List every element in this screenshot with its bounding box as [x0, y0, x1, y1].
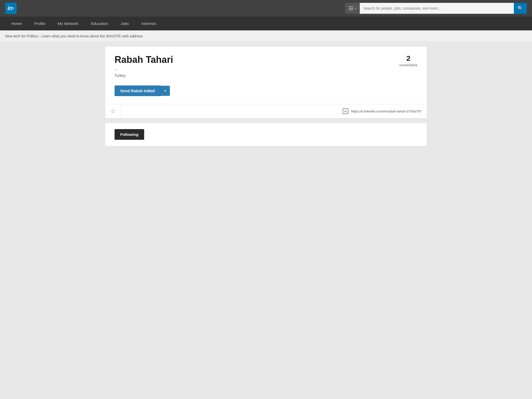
- connections-label: connections: [400, 63, 417, 67]
- profile-tagline: --: [115, 68, 400, 72]
- profile-main-section: Rabah Tahari -- Turkey Send Rabah InMail…: [105, 46, 427, 104]
- following-button[interactable]: Following: [115, 129, 144, 140]
- send-inmail-button[interactable]: Send Rabah InMail: [115, 85, 161, 96]
- dropdown-arrow-icon: ▾: [164, 89, 166, 93]
- nav-item-education[interactable]: Education: [85, 17, 115, 30]
- nav-item-profile[interactable]: Profile: [28, 17, 52, 30]
- search-container: ▾ 🔍: [345, 3, 527, 14]
- logo-text: in: [8, 5, 13, 12]
- star-icon: ☆: [110, 108, 116, 114]
- inmail-button-container: Send Rabah InMail ▾: [115, 85, 400, 96]
- profile-url: https://tr.linkedin.com/in/rabah-tahari-…: [351, 109, 422, 113]
- profile-actions: 2 connections: [400, 54, 417, 67]
- announcement-banner: New tech for Politics - Learn what you n…: [0, 30, 532, 42]
- profile-card: Rabah Tahari -- Turkey Send Rabah InMail…: [105, 46, 427, 118]
- hamburger-icon: [349, 6, 353, 10]
- menu-button[interactable]: ▾: [345, 3, 360, 14]
- linkedin-small-icon: in: [343, 108, 348, 114]
- search-icon: 🔍: [517, 5, 523, 11]
- logo-reg: ®: [12, 7, 14, 10]
- inmail-dropdown-button[interactable]: ▾: [161, 86, 170, 96]
- search-button[interactable]: 🔍: [514, 3, 527, 14]
- connections-number: 2: [400, 54, 417, 63]
- page-background: Rabah Tahari -- Turkey Send Rabah InMail…: [0, 46, 532, 161]
- following-card: Following: [105, 123, 427, 146]
- profile-bottom-bar: ☆ in https://tr.linkedin.com/in/rabah-ta…: [105, 104, 427, 118]
- profile-name: Rabah Tahari: [115, 54, 400, 65]
- search-input[interactable]: [360, 3, 514, 14]
- profile-url-section: in https://tr.linkedin.com/in/rabah-taha…: [337, 105, 427, 118]
- nav-item-home[interactable]: Home: [5, 17, 28, 30]
- profile-info: Rabah Tahari -- Turkey Send Rabah InMail…: [115, 54, 400, 96]
- profile-location: Turkey: [115, 74, 400, 78]
- nav-item-jobs[interactable]: Jobs: [114, 17, 135, 30]
- connections-count: 2 connections: [400, 54, 417, 67]
- main-nav: Home Profile My Network Education Jobs I…: [0, 17, 532, 30]
- linkedin-logo: in®: [5, 3, 17, 14]
- nav-item-my-network[interactable]: My Network: [52, 17, 85, 30]
- nav-item-interests[interactable]: Interests: [135, 17, 163, 30]
- bookmark-button[interactable]: ☆: [105, 104, 121, 118]
- chevron-down-icon: ▾: [355, 7, 356, 10]
- banner-text: New tech for Politics - Learn what you n…: [5, 34, 143, 38]
- top-bar: in® ▾ 🔍: [0, 0, 532, 17]
